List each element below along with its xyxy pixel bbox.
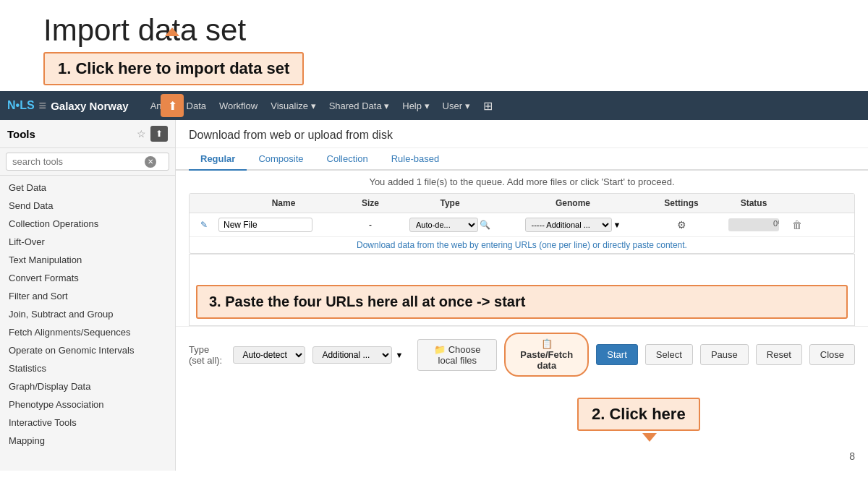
brand-name: Galaxy Norway xyxy=(51,100,129,112)
col-delete xyxy=(783,198,812,208)
sidebar-item-fetch-alignments[interactable]: Fetch Alignments/Sequences xyxy=(0,323,175,341)
col-name: Name xyxy=(218,198,349,208)
sidebar-item-phenotype[interactable]: Phenotype Association xyxy=(0,395,175,414)
edit-icon: ✎ xyxy=(200,220,208,230)
page-number: 8 xyxy=(849,450,855,462)
tab-composite[interactable]: Composite xyxy=(247,148,315,171)
nav-shared[interactable]: Shared Data ▾ xyxy=(329,100,390,111)
tab-regular[interactable]: Regular xyxy=(189,148,247,171)
nav-workflow[interactable]: Workflow xyxy=(219,100,258,111)
row-name-cell xyxy=(218,218,349,232)
sidebar-title: Tools xyxy=(7,128,137,140)
col-size: Size xyxy=(349,198,392,208)
sidebar-item-graph-display[interactable]: Graph/Display Data xyxy=(0,377,175,395)
sidebar-item-collection-ops[interactable]: Collection Operations xyxy=(0,215,175,233)
sidebar-item-lift-over[interactable]: Lift-Over xyxy=(0,233,175,251)
row-settings-cell: ⚙ xyxy=(638,219,725,231)
genome-set-select[interactable]: Additional ... xyxy=(312,346,392,364)
upload-arrow xyxy=(165,27,179,36)
genome-set-arrow: ▼ xyxy=(395,351,403,359)
sidebar-item-interactive-tools[interactable]: Interactive Tools xyxy=(0,414,175,432)
grid-icon: ⊞ xyxy=(483,99,493,113)
row-status-cell: 0% xyxy=(725,218,783,231)
sidebar-upload-btn[interactable]: ⬆ xyxy=(150,126,168,142)
start-button[interactable]: Start xyxy=(596,344,637,365)
upload-tabs: Regular Composite Collection Rule-based xyxy=(176,148,868,171)
col-checkbox xyxy=(190,198,218,208)
col-genome: Genome xyxy=(508,198,638,208)
type-set-select[interactable]: Auto-detect xyxy=(233,346,305,364)
paste-fetch-button[interactable]: 📋 Paste/Fetch data xyxy=(504,333,589,377)
row-edit-cell: ✎ xyxy=(190,220,218,230)
nav-separator: ≡ xyxy=(39,98,47,114)
genome-dropdown-icon: ▼ xyxy=(613,221,621,229)
main-layout: Tools ☆ ⬆ ✕ Get Data Send Data Collectio… xyxy=(0,120,868,471)
tab-rule-based[interactable]: Rule-based xyxy=(380,148,451,171)
upload-info-message: You added 1 file(s) to the queue. Add mo… xyxy=(176,171,868,193)
upload-icon: ⬆ xyxy=(168,99,177,113)
paste-fetch-arrow xyxy=(642,433,657,442)
progress-label: 0% xyxy=(754,219,779,228)
paste-area-wrap: 3. Paste the four URLs here all at once … xyxy=(189,254,855,326)
step1-label: 1. Click here to import data set xyxy=(58,59,289,77)
tab-collection[interactable]: Collection xyxy=(315,148,380,171)
sidebar-search-area: ✕ xyxy=(0,148,175,176)
reset-button[interactable]: Reset xyxy=(756,344,802,365)
step1-banner: 1. Click here to import data set xyxy=(43,52,304,85)
url-hint: Download data from the web by entering U… xyxy=(190,237,854,253)
sidebar-item-filter-sort[interactable]: Filter and Sort xyxy=(0,287,175,305)
genome-set-wrap: Additional ... ▼ xyxy=(312,346,403,364)
search-clear-button[interactable]: ✕ xyxy=(145,156,156,168)
sidebar-item-join-subtract[interactable]: Join, Subtract and Group xyxy=(0,305,175,323)
nav-user[interactable]: User ▾ xyxy=(443,100,470,111)
row-delete-cell: 🗑 xyxy=(783,219,812,231)
brand: N•LS ≡ Galaxy Norway xyxy=(7,98,129,114)
file-table: Name Size Type Genome Settings Status ✎ … xyxy=(189,193,855,254)
sidebar-items-list: Get Data Send Data Collection Operations… xyxy=(0,176,175,453)
col-type: Type xyxy=(392,198,508,208)
nav-visualize[interactable]: Visualize ▾ xyxy=(271,100,315,111)
sidebar-item-text-manipulation[interactable]: Text Manipulation xyxy=(0,251,175,269)
pause-button[interactable]: Pause xyxy=(700,344,749,365)
sidebar-item-statistics[interactable]: Statistics xyxy=(0,359,175,377)
navbar-links: Analyze Data Workflow Visualize ▾ Shared… xyxy=(150,99,493,113)
step2-banner: 2. Click here xyxy=(577,398,700,431)
navbar: N•LS ≡ Galaxy Norway Analyze Data Workfl… xyxy=(0,91,868,120)
col-settings: Settings xyxy=(638,198,725,208)
type-select[interactable]: Auto-de... xyxy=(409,218,478,232)
brand-nols: N•LS xyxy=(7,99,35,112)
upload-button[interactable]: ⬆ xyxy=(161,94,184,117)
type-set-label: Type (set all): xyxy=(189,344,226,366)
choose-local-files-button[interactable]: 📁 Choose local files xyxy=(417,339,497,371)
bottom-controls: Type (set all): Auto-detect Additional .… xyxy=(176,326,868,382)
sidebar-item-mapping[interactable]: Mapping xyxy=(0,432,175,450)
sidebar-header: Tools ☆ ⬆ xyxy=(0,120,175,148)
sidebar-item-genomic-intervals[interactable]: Operate on Genomic Intervals xyxy=(0,341,175,359)
upload-panel: Download from web or upload from disk Re… xyxy=(176,120,868,471)
row-size-cell: - xyxy=(349,220,392,230)
col-status: Status xyxy=(725,198,783,208)
upload-panel-header: Download from web or upload from disk xyxy=(176,120,868,148)
nav-help[interactable]: Help ▾ xyxy=(402,100,429,111)
page-title: Import data set xyxy=(43,13,825,48)
step2-label: 2. Click here xyxy=(592,405,686,423)
sidebar-item-send-data[interactable]: Send Data xyxy=(0,197,175,215)
table-row: ✎ - Auto-de... 🔍 ----- Additional ... xyxy=(190,213,854,237)
select-button[interactable]: Select xyxy=(645,344,693,365)
delete-row-button[interactable]: 🗑 xyxy=(792,219,802,231)
table-header: Name Size Type Genome Settings Status xyxy=(190,194,854,213)
genome-select[interactable]: ----- Additional ... xyxy=(525,218,612,232)
progress-bar: 0% xyxy=(728,218,779,231)
row-genome-cell: ----- Additional ... ▼ xyxy=(508,218,638,232)
file-name-input[interactable] xyxy=(218,218,312,232)
sidebar: Tools ☆ ⬆ ✕ Get Data Send Data Collectio… xyxy=(0,120,176,471)
sidebar-item-get-data[interactable]: Get Data xyxy=(0,179,175,197)
title-area: Import data set 1. Click here to import … xyxy=(0,0,868,91)
sidebar-item-convert-formats[interactable]: Convert Formats xyxy=(0,269,175,287)
close-button[interactable]: Close xyxy=(809,344,855,365)
row-type-cell: Auto-de... 🔍 xyxy=(392,218,508,232)
settings-gear-icon[interactable]: ⚙ xyxy=(677,219,686,231)
step3-label: 3. Paste the four URLs here all at once … xyxy=(209,294,525,309)
step3-banner: 3. Paste the four URLs here all at once … xyxy=(196,285,848,319)
local-files-icon: 📁 xyxy=(434,344,446,355)
